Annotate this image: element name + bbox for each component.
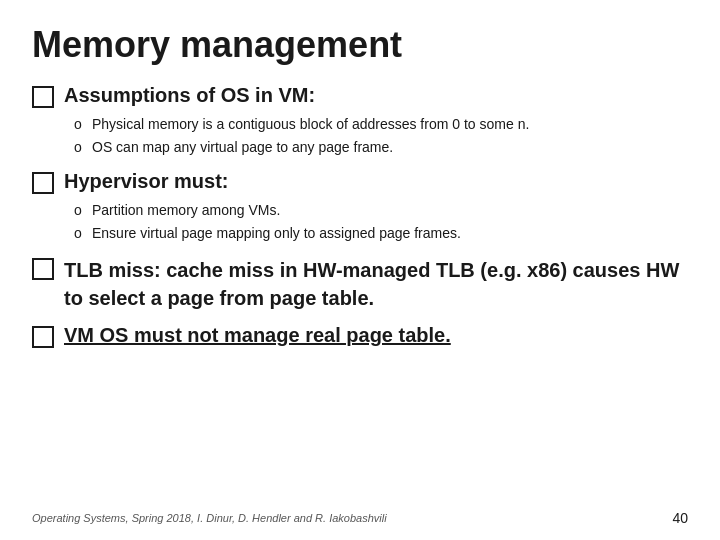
section-tlb-header: TLB miss: cache miss in HW-managed TLB (… <box>32 256 688 312</box>
assumptions-sub-items: o Physical memory is a contiguous block … <box>74 114 688 158</box>
list-item: o OS can map any virtual page to any pag… <box>74 137 688 158</box>
section-tlb: TLB miss: cache miss in HW-managed TLB (… <box>32 256 688 312</box>
list-item: o Ensure virtual page mapping only to as… <box>74 223 688 244</box>
list-item: o Physical memory is a contiguous block … <box>74 114 688 135</box>
slide-content: Assumptions of OS in VM: o Physical memo… <box>32 84 688 520</box>
bullet-icon: o <box>74 114 92 135</box>
checkbox-icon-tlb <box>32 258 54 280</box>
assumptions-item-2: OS can map any virtual page to any page … <box>92 137 688 158</box>
section-assumptions-label: Assumptions of OS in VM: <box>64 84 315 107</box>
bullet-icon: o <box>74 223 92 244</box>
footer-citation: Operating Systems, Spring 2018, I. Dinur… <box>32 512 387 524</box>
section-hypervisor-label: Hypervisor must: <box>64 170 229 193</box>
section-tlb-label: TLB miss: cache miss in HW-managed TLB (… <box>64 256 688 312</box>
section-vm-os-label: VM OS must not manage real page table. <box>64 324 451 347</box>
assumptions-item-1: Physical memory is a contiguous block of… <box>92 114 688 135</box>
page-number: 40 <box>672 510 688 526</box>
slide-footer: Operating Systems, Spring 2018, I. Dinur… <box>32 510 688 526</box>
section-vm-os-header: VM OS must not manage real page table. <box>32 324 688 348</box>
slide: Memory management Assumptions of OS in V… <box>0 0 720 540</box>
section-hypervisor-header: Hypervisor must: <box>32 170 688 194</box>
section-hypervisor: Hypervisor must: o Partition memory amon… <box>32 170 688 244</box>
hypervisor-item-2: Ensure virtual page mapping only to assi… <box>92 223 688 244</box>
bullet-icon: o <box>74 200 92 221</box>
hypervisor-item-1: Partition memory among VMs. <box>92 200 688 221</box>
section-assumptions: Assumptions of OS in VM: o Physical memo… <box>32 84 688 158</box>
list-item: o Partition memory among VMs. <box>74 200 688 221</box>
section-assumptions-header: Assumptions of OS in VM: <box>32 84 688 108</box>
checkbox-icon-assumptions <box>32 86 54 108</box>
hypervisor-sub-items: o Partition memory among VMs. o Ensure v… <box>74 200 688 244</box>
checkbox-icon-vm-os <box>32 326 54 348</box>
section-vm-os: VM OS must not manage real page table. <box>32 324 688 348</box>
bullet-icon: o <box>74 137 92 158</box>
checkbox-icon-hypervisor <box>32 172 54 194</box>
slide-title: Memory management <box>32 24 688 66</box>
